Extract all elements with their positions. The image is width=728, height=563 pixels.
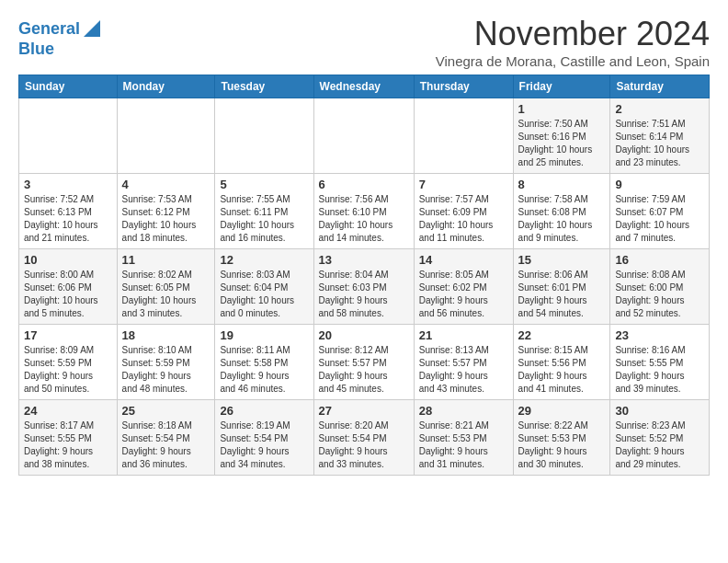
day-number: 16 (615, 253, 704, 267)
day-cell: 3Sunrise: 7:52 AM Sunset: 6:13 PM Daylig… (19, 174, 118, 249)
day-cell: 26Sunrise: 8:19 AM Sunset: 5:54 PM Dayli… (215, 400, 313, 476)
day-info: Sunrise: 7:58 AM Sunset: 6:08 PM Dayligh… (518, 193, 606, 245)
week-row-3: 10Sunrise: 8:00 AM Sunset: 6:06 PM Dayli… (19, 249, 710, 325)
day-cell: 13Sunrise: 8:04 AM Sunset: 6:03 PM Dayli… (313, 249, 414, 325)
day-number: 23 (615, 328, 704, 342)
day-info: Sunrise: 8:18 AM Sunset: 5:54 PM Dayligh… (122, 419, 210, 471)
logo-triangle-icon (84, 20, 100, 37)
day-cell: 22Sunrise: 8:15 AM Sunset: 5:56 PM Dayli… (513, 325, 610, 400)
location-subtitle: Vinegra de Morana, Castille and Leon, Sp… (436, 53, 710, 69)
day-cell: 4Sunrise: 7:53 AM Sunset: 6:12 PM Daylig… (117, 174, 215, 249)
day-info: Sunrise: 7:51 AM Sunset: 6:14 PM Dayligh… (615, 118, 704, 169)
day-cell: 5Sunrise: 7:55 AM Sunset: 6:11 PM Daylig… (215, 174, 313, 249)
day-info: Sunrise: 8:08 AM Sunset: 6:00 PM Dayligh… (615, 269, 704, 320)
day-info: Sunrise: 8:21 AM Sunset: 5:53 PM Dayligh… (419, 419, 508, 471)
day-cell (19, 98, 118, 174)
day-number: 3 (24, 178, 112, 191)
day-info: Sunrise: 8:20 AM Sunset: 5:54 PM Dayligh… (319, 419, 409, 471)
svg-marker-0 (84, 20, 100, 37)
day-info: Sunrise: 8:16 AM Sunset: 5:55 PM Dayligh… (615, 344, 704, 396)
day-info: Sunrise: 7:55 AM Sunset: 6:11 PM Dayligh… (220, 193, 308, 245)
day-cell (414, 98, 513, 174)
day-cell: 29Sunrise: 8:22 AM Sunset: 5:53 PM Dayli… (513, 400, 610, 476)
day-info: Sunrise: 8:04 AM Sunset: 6:03 PM Dayligh… (319, 269, 409, 320)
day-info: Sunrise: 8:03 AM Sunset: 6:04 PM Dayligh… (220, 269, 308, 320)
day-info: Sunrise: 7:50 AM Sunset: 6:16 PM Dayligh… (518, 118, 606, 169)
day-cell: 27Sunrise: 8:20 AM Sunset: 5:54 PM Dayli… (313, 400, 414, 476)
day-number: 2 (615, 102, 704, 116)
day-number: 17 (24, 328, 112, 342)
day-info: Sunrise: 8:12 AM Sunset: 5:57 PM Dayligh… (319, 344, 409, 396)
day-number: 26 (220, 404, 308, 418)
day-number: 25 (122, 404, 210, 418)
day-number: 19 (220, 328, 308, 342)
month-title: November 2024 (436, 15, 710, 53)
day-number: 24 (24, 404, 112, 418)
day-cell: 24Sunrise: 8:17 AM Sunset: 5:55 PM Dayli… (19, 400, 118, 476)
day-info: Sunrise: 8:19 AM Sunset: 5:54 PM Dayligh… (220, 419, 308, 471)
day-cell (117, 98, 215, 174)
header-wednesday: Wednesday (313, 75, 414, 98)
days-header-row: SundayMondayTuesdayWednesdayThursdayFrid… (19, 75, 710, 98)
day-number: 4 (122, 178, 210, 191)
calendar-table: SundayMondayTuesdayWednesdayThursdayFrid… (18, 75, 710, 476)
day-number: 6 (319, 178, 409, 191)
day-cell: 23Sunrise: 8:16 AM Sunset: 5:55 PM Dayli… (610, 325, 710, 400)
day-cell: 10Sunrise: 8:00 AM Sunset: 6:06 PM Dayli… (19, 249, 118, 325)
day-cell: 30Sunrise: 8:23 AM Sunset: 5:52 PM Dayli… (610, 400, 710, 476)
logo-text-general: General (18, 20, 80, 39)
header-thursday: Thursday (414, 75, 513, 98)
day-cell: 17Sunrise: 8:09 AM Sunset: 5:59 PM Dayli… (19, 325, 118, 400)
day-cell: 19Sunrise: 8:11 AM Sunset: 5:58 PM Dayli… (215, 325, 313, 400)
day-cell: 16Sunrise: 8:08 AM Sunset: 6:00 PM Dayli… (610, 249, 710, 325)
day-cell: 11Sunrise: 8:02 AM Sunset: 6:05 PM Dayli… (117, 249, 215, 325)
day-cell: 1Sunrise: 7:50 AM Sunset: 6:16 PM Daylig… (513, 98, 610, 174)
day-cell (313, 98, 414, 174)
day-info: Sunrise: 8:09 AM Sunset: 5:59 PM Dayligh… (24, 344, 112, 396)
title-block: November 2024 Vinegra de Morana, Castill… (436, 15, 710, 69)
day-number: 18 (122, 328, 210, 342)
day-info: Sunrise: 8:02 AM Sunset: 6:05 PM Dayligh… (122, 269, 210, 320)
day-number: 12 (220, 253, 308, 267)
day-cell: 15Sunrise: 8:06 AM Sunset: 6:01 PM Dayli… (513, 249, 610, 325)
day-number: 15 (518, 253, 606, 267)
day-info: Sunrise: 7:53 AM Sunset: 6:12 PM Dayligh… (122, 193, 210, 245)
week-row-5: 24Sunrise: 8:17 AM Sunset: 5:55 PM Dayli… (19, 400, 710, 476)
day-number: 29 (518, 404, 606, 418)
day-cell: 20Sunrise: 8:12 AM Sunset: 5:57 PM Dayli… (313, 325, 414, 400)
week-row-1: 1Sunrise: 7:50 AM Sunset: 6:16 PM Daylig… (19, 98, 710, 174)
day-cell (215, 98, 313, 174)
header-friday: Friday (513, 75, 610, 98)
day-number: 11 (122, 253, 210, 267)
day-info: Sunrise: 8:00 AM Sunset: 6:06 PM Dayligh… (24, 269, 112, 320)
day-cell: 8Sunrise: 7:58 AM Sunset: 6:08 PM Daylig… (513, 174, 610, 249)
day-cell: 7Sunrise: 7:57 AM Sunset: 6:09 PM Daylig… (414, 174, 513, 249)
day-number: 30 (615, 404, 704, 418)
header-sunday: Sunday (19, 75, 118, 98)
day-cell: 6Sunrise: 7:56 AM Sunset: 6:10 PM Daylig… (313, 174, 414, 249)
day-info: Sunrise: 8:06 AM Sunset: 6:01 PM Dayligh… (518, 269, 606, 320)
day-info: Sunrise: 8:11 AM Sunset: 5:58 PM Dayligh… (220, 344, 308, 396)
day-cell: 2Sunrise: 7:51 AM Sunset: 6:14 PM Daylig… (610, 98, 710, 174)
day-info: Sunrise: 7:59 AM Sunset: 6:07 PM Dayligh… (615, 193, 704, 245)
day-number: 1 (518, 102, 606, 116)
day-info: Sunrise: 8:23 AM Sunset: 5:52 PM Dayligh… (615, 419, 704, 471)
day-number: 7 (419, 178, 508, 191)
day-cell: 18Sunrise: 8:10 AM Sunset: 5:59 PM Dayli… (117, 325, 215, 400)
day-info: Sunrise: 7:52 AM Sunset: 6:13 PM Dayligh… (24, 193, 112, 245)
day-cell: 25Sunrise: 8:18 AM Sunset: 5:54 PM Dayli… (117, 400, 215, 476)
day-number: 13 (319, 253, 409, 267)
day-cell: 28Sunrise: 8:21 AM Sunset: 5:53 PM Dayli… (414, 400, 513, 476)
day-cell: 12Sunrise: 8:03 AM Sunset: 6:04 PM Dayli… (215, 249, 313, 325)
day-info: Sunrise: 8:13 AM Sunset: 5:57 PM Dayligh… (419, 344, 508, 396)
day-info: Sunrise: 7:56 AM Sunset: 6:10 PM Dayligh… (319, 193, 409, 245)
logo: General Blue (18, 18, 100, 59)
day-number: 28 (419, 404, 508, 418)
logo-text-blue: Blue (18, 40, 54, 59)
day-number: 14 (419, 253, 508, 267)
day-info: Sunrise: 8:22 AM Sunset: 5:53 PM Dayligh… (518, 419, 606, 471)
day-cell: 21Sunrise: 8:13 AM Sunset: 5:57 PM Dayli… (414, 325, 513, 400)
day-info: Sunrise: 8:05 AM Sunset: 6:02 PM Dayligh… (419, 269, 508, 320)
day-info: Sunrise: 8:10 AM Sunset: 5:59 PM Dayligh… (122, 344, 210, 396)
day-info: Sunrise: 8:15 AM Sunset: 5:56 PM Dayligh… (518, 344, 606, 396)
